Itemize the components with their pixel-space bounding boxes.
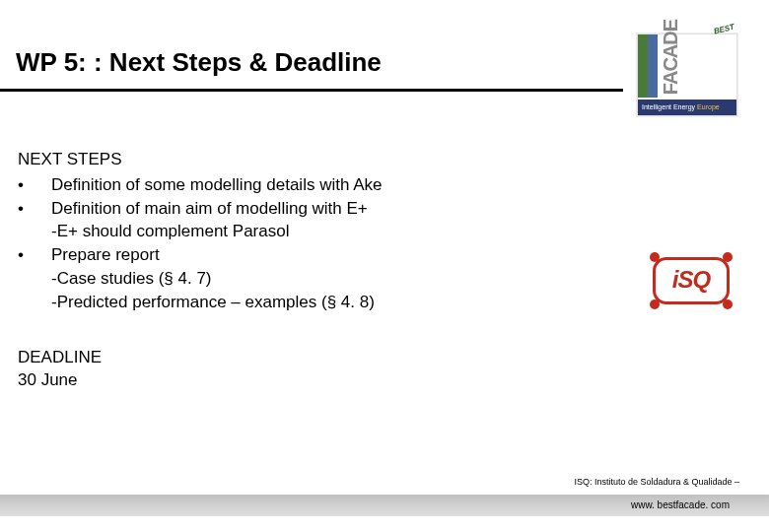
title-underline: [0, 89, 623, 92]
isq-logo-dot: [723, 252, 733, 262]
footer-bar: www. bestfacade. com: [0, 495, 769, 516]
list-item-text: -Predicted performance – examples (§ 4. …: [51, 291, 601, 314]
isq-logo-dot: [650, 299, 660, 309]
facade-logo: FACADE BEST Intelligent EnergyEurope: [637, 33, 737, 116]
facade-logo-stripe-green: [638, 34, 648, 98]
isq-logo-dot: [723, 299, 733, 309]
facade-logo-energy-left: Intelligent Energy: [642, 103, 695, 110]
isq-logo: iSQ: [653, 249, 730, 312]
isq-logo-dot: [650, 252, 660, 262]
content-area: NEXT STEPS • Definition of some modellin…: [18, 148, 601, 392]
footer-credit: ISQ: Instituto de Soldadura & Qualidade …: [574, 477, 739, 487]
deadline-date: 30 June: [18, 368, 601, 392]
list-item: • Definition of main aim of modelling wi…: [18, 197, 601, 221]
next-steps-heading: NEXT STEPS: [18, 148, 601, 171]
bullet-icon: •: [18, 173, 51, 197]
facade-logo-energy-bar: Intelligent EnergyEurope: [638, 100, 736, 115]
bullet-icon: •: [18, 243, 51, 267]
list-item-text: Definition of some modelling details wit…: [51, 173, 601, 197]
isq-logo-text: iSQ: [653, 266, 730, 294]
list-item-text: -E+ should complement Parasol: [51, 220, 601, 243]
list-item: • Definition of some modelling details w…: [18, 173, 601, 197]
list-item-text: Definition of main aim of modelling with…: [51, 197, 601, 221]
bullet-icon: [18, 220, 51, 243]
list-item: • Prepare report: [18, 243, 601, 267]
list-item: -Predicted performance – examples (§ 4. …: [18, 291, 601, 314]
facade-logo-stripe-blue: [648, 34, 658, 98]
list-item-text: Prepare report: [51, 243, 601, 267]
list-item: -Case studies (§ 4. 7): [18, 267, 601, 291]
list-item: -E+ should complement Parasol: [18, 220, 601, 243]
bullet-icon: [18, 291, 51, 314]
slide-title: WP 5: : Next Steps & Deadline: [16, 47, 621, 78]
footer-url: www. bestfacade. com: [631, 495, 730, 516]
bullet-icon: •: [18, 197, 51, 221]
list-item-text: -Case studies (§ 4. 7): [51, 267, 601, 291]
facade-logo-energy-right: Europe: [695, 103, 720, 110]
deadline-heading: DEADLINE: [18, 346, 601, 369]
bullet-icon: [18, 267, 51, 291]
